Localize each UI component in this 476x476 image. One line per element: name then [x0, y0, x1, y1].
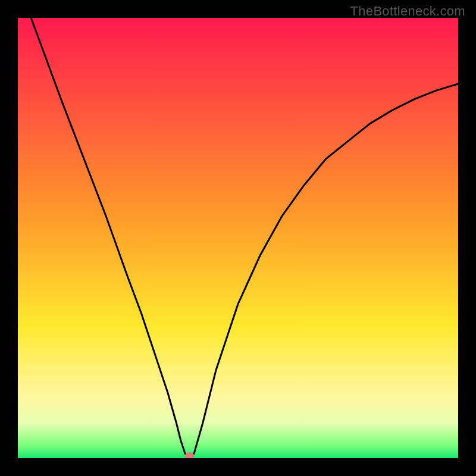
bottleneck-chart-svg: [18, 18, 458, 458]
gradient-background: [18, 18, 458, 458]
chart-area: [18, 18, 458, 458]
site-watermark: TheBottleneck.com: [350, 4, 465, 19]
